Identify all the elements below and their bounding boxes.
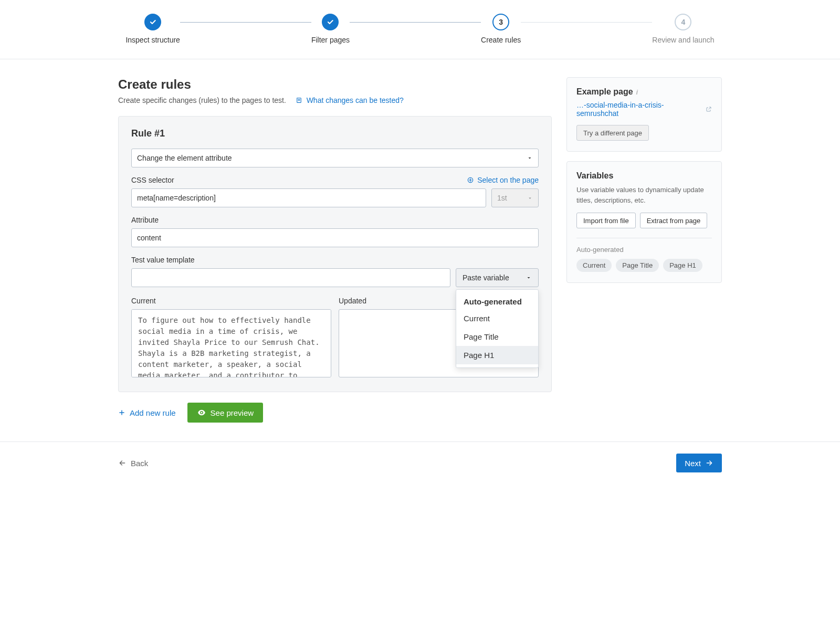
step-connector [521, 22, 652, 23]
paste-variable-dropdown: Auto-generated Current Page Title Page H… [456, 289, 539, 368]
action-select[interactable]: Change the element attribute [131, 149, 539, 167]
example-page-link[interactable]: …-social-media-in-a-crisis-semrushchat [576, 101, 712, 118]
example-page-title: Example page i [576, 87, 712, 97]
help-link[interactable]: What changes can be tested? [296, 96, 404, 104]
chip-page-h1[interactable]: Page H1 [663, 259, 702, 272]
chevron-down-icon [527, 195, 533, 201]
import-from-file-button[interactable]: Import from file [576, 213, 636, 228]
page-subtitle: Create specific changes (rules) to the p… [118, 96, 552, 104]
external-link-icon [706, 106, 712, 112]
select-on-page-link[interactable]: Select on the page [467, 176, 539, 184]
example-page-card: Example page i …-social-media-in-a-crisi… [566, 77, 722, 152]
footer: Back Next [0, 441, 840, 484]
next-button[interactable]: Next [676, 454, 722, 472]
plus-icon [118, 409, 125, 416]
nth-select[interactable]: 1st [491, 188, 539, 207]
variables-title: Variables [576, 171, 712, 181]
arrow-right-icon [705, 459, 713, 467]
attribute-label: Attribute [131, 216, 159, 224]
step-label: Create rules [481, 36, 521, 44]
dropdown-header: Auto-generated [456, 293, 538, 309]
next-text: Next [685, 459, 701, 468]
back-button[interactable]: Back [118, 459, 148, 468]
extract-from-page-button[interactable]: Extract from page [640, 213, 708, 228]
css-selector-label: CSS selector [131, 176, 174, 184]
variables-desc: Use variable values to dynamically updat… [576, 185, 712, 205]
add-rule-text: Add new rule [130, 408, 176, 417]
step-review: 4 Review and launch [652, 14, 714, 44]
css-selector-input[interactable] [131, 188, 486, 207]
back-text: Back [131, 459, 148, 468]
chevron-down-icon [527, 155, 533, 161]
divider [576, 238, 712, 238]
chip-page-title[interactable]: Page Title [616, 259, 659, 272]
step-connector [350, 22, 481, 23]
try-different-page-button[interactable]: Try a different page [576, 125, 649, 141]
step-filter[interactable]: Filter pages [311, 14, 350, 44]
see-preview-button[interactable]: See preview [187, 403, 264, 423]
step-label: Inspect structure [125, 36, 180, 44]
select-on-page-text: Select on the page [477, 176, 539, 184]
chips: Current Page Title Page H1 [576, 259, 712, 272]
step-number: 3 [492, 14, 509, 30]
arrow-left-icon [118, 459, 127, 467]
step-label: Review and launch [652, 36, 714, 44]
dropdown-item-page-h1[interactable]: Page H1 [456, 346, 538, 364]
rule-card: Rule #1 Change the element attribute CSS… [118, 116, 552, 392]
paste-variable-text: Paste variable [463, 273, 509, 282]
help-link-text: What changes can be tested? [307, 96, 404, 104]
rule-title: Rule #1 [131, 128, 539, 139]
chip-current[interactable]: Current [576, 259, 612, 272]
current-label: Current [131, 297, 331, 305]
step-create[interactable]: 3 Create rules [481, 14, 521, 44]
step-label: Filter pages [311, 36, 350, 44]
check-icon [144, 14, 161, 30]
attribute-input[interactable] [131, 228, 539, 247]
current-textarea [131, 309, 331, 377]
action-select-value: Change the element attribute [137, 154, 232, 162]
see-preview-text: See preview [211, 408, 254, 417]
eye-icon [197, 408, 206, 417]
autogen-label: Auto-generated [576, 246, 712, 254]
info-icon[interactable]: i [636, 88, 638, 96]
page-title: Create rules [118, 77, 552, 92]
add-rule-button[interactable]: Add new rule [118, 408, 176, 417]
step-connector [180, 22, 311, 23]
step-inspect[interactable]: Inspect structure [125, 14, 180, 44]
paste-variable-button[interactable]: Paste variable [456, 268, 539, 287]
stepper: Inspect structure Filter pages 3 Create … [0, 0, 840, 59]
step-number: 4 [675, 14, 691, 30]
nth-value: 1st [497, 194, 507, 202]
subtitle-text: Create specific changes (rules) to the p… [118, 96, 286, 104]
target-icon [467, 176, 474, 184]
example-link-text: …-social-media-in-a-crisis-semrushchat [576, 101, 702, 118]
check-icon [322, 14, 339, 30]
variables-card: Variables Use variable values to dynamic… [566, 161, 722, 283]
dropdown-item-page-title[interactable]: Page Title [456, 328, 538, 346]
book-icon [296, 96, 304, 104]
chevron-down-icon [526, 275, 532, 281]
tvt-label: Test value template [131, 256, 195, 264]
dropdown-item-current[interactable]: Current [456, 309, 538, 328]
tvt-input[interactable] [131, 268, 450, 287]
